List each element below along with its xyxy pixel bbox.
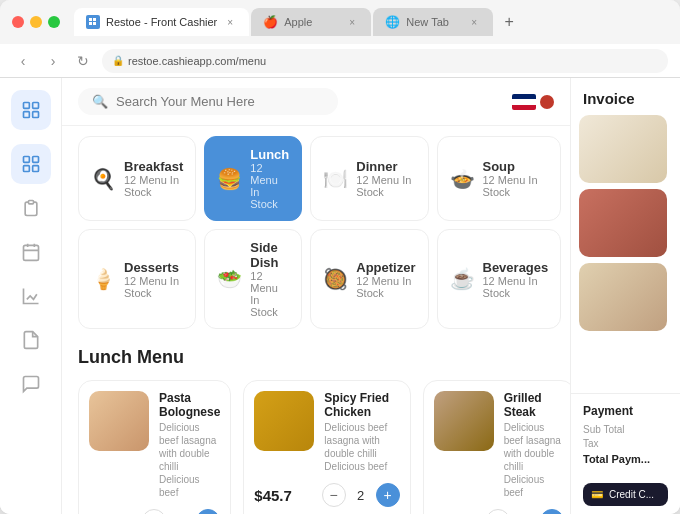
credit-card-icon: 💳 — [591, 489, 603, 500]
url-text: restoe.cashieapp.com/menu — [128, 55, 266, 67]
traffic-lights: Restoe - Front Cashier × 🍎 Apple × 🌐 New… — [0, 0, 680, 44]
invoice-item-2[interactable] — [579, 189, 667, 257]
svg-rect-10 — [23, 166, 29, 172]
steak-name: Grilled Steak — [504, 391, 564, 419]
new-tab-button[interactable]: + — [495, 8, 523, 36]
sidebar-icon-chart[interactable] — [11, 276, 51, 316]
credit-card-button[interactable]: 💳 Credit C... — [583, 483, 668, 506]
category-breakfast[interactable]: 🍳 Breakfast 12 Menu In Stock — [78, 136, 196, 221]
category-appetizer[interactable]: 🥘 Appetizer 12 Menu In Stock — [310, 229, 428, 329]
forward-button[interactable]: › — [42, 50, 64, 72]
tab-newtab[interactable]: 🌐 New Tab × — [373, 8, 493, 36]
flag-uk — [512, 94, 536, 110]
pasta-increase[interactable]: + — [196, 509, 220, 514]
search-input[interactable] — [116, 94, 324, 109]
steak-desc: Delicious beef lasagna with double chill… — [504, 421, 564, 499]
lunch-title: Lunch — [250, 147, 289, 162]
svg-rect-2 — [89, 22, 92, 25]
minimize-button[interactable] — [30, 16, 42, 28]
pasta-desc: Delicious beef lasagna with double chill… — [159, 421, 220, 499]
category-beverages[interactable]: ☕ Beverages 12 Menu In Stock — [437, 229, 562, 329]
svg-rect-5 — [32, 103, 38, 109]
invoice-title: Invoice — [571, 78, 680, 115]
invoice-item-1[interactable] — [579, 115, 667, 183]
category-desserts[interactable]: 🍦 Desserts 12 Menu In Stock — [78, 229, 196, 329]
menu-section: Lunch Menu Pasta Bolognese Delicious bee… — [62, 339, 570, 514]
appetizer-title: Appetizer — [356, 260, 415, 275]
sidebar-icon-chat[interactable] — [11, 364, 51, 404]
back-button[interactable]: ‹ — [12, 50, 34, 72]
subtotal-label: Sub Total — [583, 424, 625, 435]
invoice-item-3[interactable] — [579, 263, 667, 331]
desserts-stock: 12 Menu In Stock — [124, 275, 183, 299]
breakfast-title: Breakfast — [124, 159, 183, 174]
steak-decrease[interactable]: − — [486, 509, 510, 514]
svg-rect-4 — [23, 103, 29, 109]
beverages-title: Beverages — [483, 260, 549, 275]
invoice-panel: Invoice Payment Sub Total Tax Total Paym… — [570, 78, 680, 514]
url-bar[interactable]: 🔒 restoe.cashieapp.com/menu — [102, 49, 668, 73]
tax-label: Tax — [583, 438, 599, 449]
subtotal-row: Sub Total — [583, 424, 668, 435]
apple-favicon: 🍎 — [263, 15, 278, 29]
total-row: Total Paym... — [583, 453, 668, 465]
dinner-icon: 🍽️ — [323, 167, 348, 191]
svg-rect-1 — [93, 18, 96, 21]
chicken-image — [254, 391, 314, 451]
flag-round — [540, 95, 554, 109]
pasta-decrease[interactable]: − — [142, 509, 166, 514]
tab-restoe[interactable]: Restoe - Front Cashier × — [74, 8, 249, 36]
chicken-price: $45.7 — [254, 487, 292, 504]
steak-increase[interactable]: + — [540, 509, 564, 514]
menu-item-chicken: Spicy Fried Chicken Delicious beef lasag… — [243, 380, 410, 514]
maximize-button[interactable] — [48, 16, 60, 28]
svg-rect-9 — [32, 157, 38, 163]
search-bar[interactable]: 🔍 — [78, 88, 338, 115]
sidebar-icon-menu[interactable] — [11, 144, 51, 184]
beverages-stock: 12 Menu In Stock — [483, 275, 549, 299]
dinner-title: Dinner — [356, 159, 415, 174]
tab-restoe-close[interactable]: × — [223, 15, 237, 29]
browser-frame: Restoe - Front Cashier × 🍎 Apple × 🌐 New… — [0, 0, 680, 514]
breakfast-icon: 🍳 — [91, 167, 116, 191]
sidedish-stock: 12 Menu In Stock — [250, 270, 289, 318]
sidedish-title: Side Dish — [250, 240, 289, 270]
svg-rect-8 — [23, 157, 29, 163]
top-bar: 🔍 — [62, 78, 570, 126]
sidebar-icon-document[interactable] — [11, 320, 51, 360]
tax-row: Tax — [583, 438, 668, 449]
svg-rect-13 — [23, 245, 38, 260]
category-soup[interactable]: 🍲 Soup 12 Menu In Stock — [437, 136, 562, 221]
search-icon: 🔍 — [92, 94, 108, 109]
tab-newtab-close[interactable]: × — [467, 15, 481, 29]
tab-restoe-label: Restoe - Front Cashier — [106, 16, 217, 28]
close-button[interactable] — [12, 16, 24, 28]
sidebar-icon-orders[interactable] — [11, 188, 51, 228]
refresh-button[interactable]: ↻ — [72, 50, 94, 72]
tab-apple-close[interactable]: × — [345, 15, 359, 29]
svg-rect-3 — [93, 22, 96, 25]
appetizer-icon: 🥘 — [323, 267, 348, 291]
svg-rect-7 — [32, 112, 38, 118]
tab-apple[interactable]: 🍎 Apple × — [251, 8, 371, 36]
payment-section: Payment Sub Total Tax Total Paym... — [571, 393, 680, 475]
category-lunch[interactable]: 🍔 Lunch 12 Menu In Stock — [204, 136, 302, 221]
svg-rect-11 — [32, 166, 38, 172]
chicken-increase[interactable]: + — [376, 483, 400, 507]
sidebar-icon-settings[interactable] — [11, 90, 51, 130]
appetizer-stock: 12 Menu In Stock — [356, 275, 415, 299]
chicken-decrease[interactable]: − — [322, 483, 346, 507]
category-dinner[interactable]: 🍽️ Dinner 12 Menu In Stock — [310, 136, 428, 221]
chicken-name: Spicy Fried Chicken — [324, 391, 399, 419]
main-content: 🔍 🍳 Breakfast 12 Menu In Stock — [62, 78, 570, 514]
lunch-stock: 12 Menu In Stock — [250, 162, 289, 210]
tab-apple-label: Apple — [284, 16, 312, 28]
restoe-favicon — [86, 15, 100, 29]
menu-item-steak: Grilled Steak Delicious beef lasagna wit… — [423, 380, 570, 514]
menu-grid: Pasta Bolognese Delicious beef lasagna w… — [78, 380, 554, 514]
sidebar-icon-calendar[interactable] — [11, 232, 51, 272]
svg-rect-0 — [89, 18, 92, 21]
desserts-icon: 🍦 — [91, 267, 116, 291]
category-sidedish[interactable]: 🥗 Side Dish 12 Menu In Stock — [204, 229, 302, 329]
pasta-image — [89, 391, 149, 451]
